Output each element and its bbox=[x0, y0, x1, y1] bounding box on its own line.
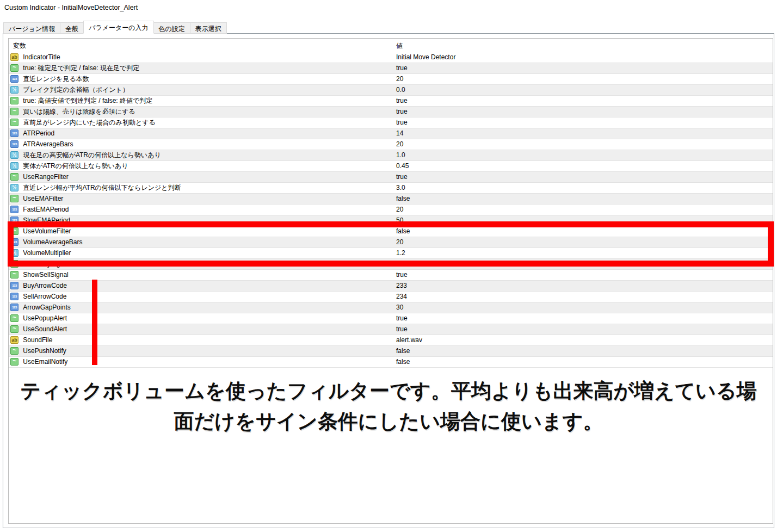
table-row[interactable]: ~ 買いは陽線、売りは陰線を必須にする true bbox=[9, 107, 773, 117]
param-value[interactable]: false bbox=[396, 194, 410, 204]
table-row[interactable]: 123 FastEMAPeriod 20 bbox=[9, 205, 773, 215]
param-type-icon: ~ bbox=[10, 195, 18, 202]
param-name: true: 確定足で判定 / false: 現在足で判定 bbox=[23, 64, 139, 72]
red-vertical-bar bbox=[92, 280, 97, 365]
param-type-icon: 123 bbox=[10, 282, 18, 289]
param-type-icon: ab bbox=[10, 336, 18, 344]
table-row[interactable]: 123 ArrowGapPoints 30 bbox=[9, 302, 773, 313]
param-name: ATRAverageBars bbox=[23, 140, 73, 148]
param-value[interactable]: true bbox=[396, 172, 408, 182]
param-name: SoundFile bbox=[23, 336, 52, 344]
param-type-icon: ½ bbox=[10, 86, 18, 94]
table-row[interactable]: ½ 実体がATRの何倍以上なら勢いあり 0.45 bbox=[9, 161, 773, 172]
param-value[interactable]: alert.wav bbox=[396, 335, 422, 345]
param-value[interactable]: 0.45 bbox=[396, 161, 409, 171]
param-value[interactable]: 30 bbox=[396, 302, 403, 313]
param-name: ArrowGapPoints bbox=[23, 304, 70, 311]
param-name: ATRPeriod bbox=[23, 129, 54, 137]
param-value[interactable]: 0.0 bbox=[396, 85, 405, 95]
red-highlight-box bbox=[8, 221, 774, 267]
param-value[interactable]: true bbox=[396, 107, 408, 117]
param-value[interactable]: true bbox=[396, 63, 408, 73]
param-name: 直前足がレンジ内にいた場合のみ初動とする bbox=[23, 119, 155, 126]
parameters-table: 変数 値 ab IndicatorTitle Initial Move Dete… bbox=[8, 38, 773, 524]
annotation-caption: ティックボリュームを使ったフィルターです。平均よりも出来高が増えている場 面だけ… bbox=[0, 376, 777, 437]
column-header-variable: 変数 bbox=[13, 41, 26, 51]
param-value[interactable]: 20 bbox=[396, 205, 403, 215]
param-value[interactable]: Initial Move Detector bbox=[396, 52, 455, 63]
param-value[interactable]: 3.0 bbox=[396, 183, 405, 193]
table-row[interactable]: 123 ATRPeriod 14 bbox=[9, 128, 773, 139]
table-row[interactable]: ~ UsePushNotify false bbox=[9, 346, 773, 357]
param-name: 実体がATRの何倍以上なら勢いあり bbox=[23, 162, 128, 170]
param-value[interactable]: true bbox=[396, 96, 408, 106]
table-row[interactable]: ½ 直近レンジ幅が平均ATRの何倍以下ならレンジと判断 3.0 bbox=[9, 183, 773, 194]
caption-line-1: ティックボリュームを使ったフィルターです。平均よりも出来高が増えている場 bbox=[0, 376, 777, 406]
param-name: UsePushNotify bbox=[23, 347, 66, 355]
param-type-icon: ~ bbox=[10, 173, 18, 181]
table-row[interactable]: 123 直近レンジを見る本数 20 bbox=[9, 74, 773, 85]
param-name: 買いは陽線、売りは陰線を必須にする bbox=[23, 108, 135, 115]
param-value[interactable]: true bbox=[396, 313, 408, 324]
param-value[interactable]: false bbox=[396, 346, 410, 356]
param-value[interactable]: true bbox=[396, 117, 408, 128]
table-row[interactable]: ab IndicatorTitle Initial Move Detector bbox=[9, 52, 773, 63]
param-value[interactable]: true bbox=[396, 324, 408, 335]
param-name: ブレイク判定の余裕幅（ポイント） bbox=[23, 86, 129, 94]
table-row[interactable]: 123 ATRAverageBars 20 bbox=[9, 139, 773, 150]
param-name: SellArrowCode bbox=[23, 293, 66, 300]
table-row[interactable]: ½ ブレイク判定の余裕幅（ポイント） 0.0 bbox=[9, 85, 773, 96]
param-type-icon: ~ bbox=[10, 64, 18, 72]
param-value[interactable]: 20 bbox=[396, 139, 403, 150]
table-row[interactable]: ~ true: 高値安値で到達判定 / false: 終値で判定 true bbox=[9, 96, 773, 107]
param-type-icon: ~ bbox=[10, 271, 18, 279]
param-value[interactable]: 20 bbox=[396, 74, 403, 84]
table-row[interactable]: ½ 現在足の高安幅がATRの何倍以上なら勢いあり 1.0 bbox=[9, 150, 773, 161]
param-name: FastEMAPeriod bbox=[23, 206, 69, 213]
table-row[interactable]: ~ UsePopupAlert true bbox=[9, 313, 773, 324]
tab-parameters[interactable]: パラメーターの入力 bbox=[83, 21, 153, 34]
table-row[interactable]: ab SoundFile alert.wav bbox=[9, 335, 773, 346]
table-row[interactable]: ~ UseEmailNotify false bbox=[9, 357, 773, 368]
param-type-icon: ~ bbox=[10, 325, 18, 333]
param-type-icon: 123 bbox=[10, 293, 18, 300]
param-type-icon: ~ bbox=[10, 119, 18, 126]
param-type-icon: ~ bbox=[10, 97, 18, 104]
tab-colors[interactable]: 色の設定 bbox=[153, 22, 190, 34]
tab-visualization[interactable]: 表示選択 bbox=[190, 22, 227, 34]
param-value[interactable]: true bbox=[396, 270, 408, 280]
param-name: ShowSellSignal bbox=[23, 271, 68, 279]
param-name: BuyArrowCode bbox=[23, 282, 67, 289]
table-row[interactable]: ~ true: 確定足で判定 / false: 現在足で判定 true bbox=[9, 63, 773, 74]
param-name: UseSoundAlert bbox=[23, 325, 67, 333]
param-value[interactable]: 233 bbox=[396, 281, 407, 291]
param-type-icon: ~ bbox=[10, 358, 18, 366]
table-row[interactable]: ~ ShowSellSignal true bbox=[9, 270, 773, 281]
table-row[interactable]: ~ UseSoundAlert true bbox=[9, 324, 773, 335]
table-header: 変数 値 bbox=[9, 39, 773, 52]
table-row[interactable]: ~ UseEMAFilter false bbox=[9, 194, 773, 205]
param-type-icon: ~ bbox=[10, 347, 18, 355]
param-name: UseEMAFilter bbox=[23, 195, 63, 202]
table-rows: ab IndicatorTitle Initial Move Detector … bbox=[9, 52, 773, 368]
param-type-icon: ab bbox=[10, 53, 18, 61]
param-type-icon: ½ bbox=[10, 184, 18, 191]
table-row[interactable]: ~ UseRangeFilter true bbox=[9, 172, 773, 183]
window-title: Custom Indicator - InitialMoveDetector_A… bbox=[4, 4, 138, 11]
param-name: 直近レンジを見る本数 bbox=[23, 75, 89, 83]
param-value[interactable]: 14 bbox=[396, 128, 403, 139]
table-row[interactable]: 123 BuyArrowCode 233 bbox=[9, 281, 773, 292]
param-type-icon: 123 bbox=[10, 140, 18, 148]
param-value[interactable]: 1.0 bbox=[396, 150, 405, 160]
tab-version-info[interactable]: バージョン情報 bbox=[3, 22, 60, 34]
param-name: true: 高値安値で到達判定 / false: 終値で判定 bbox=[23, 97, 152, 104]
column-header-value: 値 bbox=[396, 41, 403, 51]
param-value[interactable]: false bbox=[396, 357, 410, 367]
param-name: 現在足の高安幅がATRの何倍以上なら勢いあり bbox=[23, 151, 161, 159]
param-type-icon: 123 bbox=[10, 129, 18, 137]
param-name: UseRangeFilter bbox=[23, 173, 68, 181]
table-row[interactable]: 123 SellArrowCode 234 bbox=[9, 292, 773, 302]
param-value[interactable]: 234 bbox=[396, 292, 407, 302]
table-row[interactable]: ~ 直前足がレンジ内にいた場合のみ初動とする true bbox=[9, 117, 773, 128]
tab-general[interactable]: 全般 bbox=[60, 22, 84, 34]
